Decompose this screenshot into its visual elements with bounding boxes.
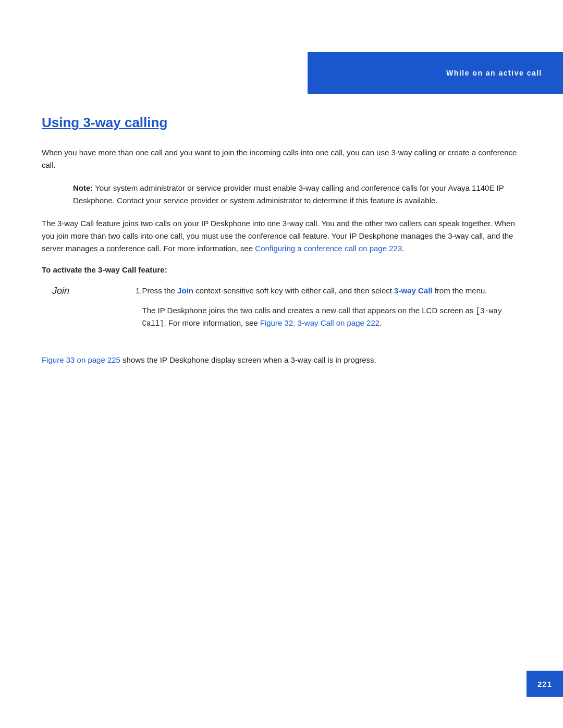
step-3way-link[interactable]: 3-way Call: [394, 286, 432, 295]
step-label-column: Join: [52, 285, 136, 338]
section-heading: To activate the 3-way Call feature:: [42, 265, 521, 274]
note-text: Your system administrator or service pro…: [73, 183, 504, 205]
step-content-column: 1. Press the Join context-sensitive soft…: [136, 285, 521, 338]
step-label: Join: [52, 286, 69, 297]
sub-text-before-monospace: The IP Deskphone joins the two calls and…: [142, 306, 476, 315]
page-container: While on an active call Using 3-way call…: [0, 0, 563, 728]
body-text-after-link: .: [402, 244, 404, 253]
figure-paragraph-text: shows the IP Deskphone display screen wh…: [120, 355, 376, 364]
note-label: Note: Your system administrator or servi…: [73, 183, 504, 205]
step-item: 1. Press the Join context-sensitive soft…: [136, 285, 521, 330]
note-label-bold: Note:: [73, 183, 93, 192]
page-number: 221: [537, 680, 552, 688]
page-title: Using 3-way calling: [42, 115, 521, 134]
banner-text: While on an active call: [446, 69, 542, 77]
conference-call-link[interactable]: Configuring a conference call on page 22…: [255, 244, 402, 253]
step-text-before-bold: Press the: [142, 286, 178, 295]
main-content: Using 3-way calling When you have more t…: [42, 115, 521, 366]
intro-paragraph: When you have more than one call and you…: [42, 146, 521, 171]
step-3way-bold: 3-way Call: [394, 286, 432, 295]
body-paragraph: The 3-way Call feature joins two calls o…: [42, 217, 521, 255]
step-join-bold: Join: [177, 286, 193, 295]
sub-paragraph: The IP Deskphone joins the two calls and…: [142, 304, 521, 330]
step-number: 1.: [136, 285, 142, 297]
step-text-middle: context-sensitive soft key with either c…: [193, 286, 394, 295]
sub-text-after: .: [380, 318, 382, 327]
note-block: Note: Your system administrator or servi…: [73, 182, 521, 207]
step-text-after-bold: from the menu.: [432, 286, 487, 295]
figure-33-link[interactable]: Figure 33 on page 225: [42, 355, 120, 364]
page-number-box: 221: [527, 671, 563, 697]
figure-paragraph: Figure 33 on page 225 shows the IP Deskp…: [42, 354, 521, 366]
step-text: Press the Join context-sensitive soft ke…: [142, 285, 521, 330]
steps-area: Join 1. Press the Join context-sensitive…: [52, 285, 521, 338]
figure-32-link[interactable]: Figure 32: 3-way Call on page 222: [260, 318, 380, 327]
top-banner: While on an active call: [308, 52, 563, 94]
sub-text-middle: . For more information, see: [164, 318, 260, 327]
